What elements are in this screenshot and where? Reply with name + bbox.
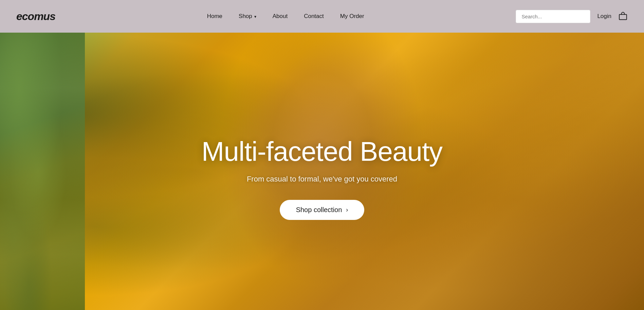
logo-text: ecomus [16,10,55,22]
hero-content: Multi-faceted Beauty From casual to form… [188,137,456,220]
nav-shop[interactable]: Shop ▾ [239,13,256,20]
cart-icon[interactable] [618,12,628,21]
hero-subtitle: From casual to formal, we've got you cov… [202,175,442,184]
nav-home[interactable]: Home [207,13,222,20]
hero-title: Multi-faceted Beauty [202,137,442,167]
search-input[interactable] [516,10,590,23]
hero-section: Multi-faceted Beauty From casual to form… [0,33,644,310]
arrow-icon: › [346,206,348,213]
shop-collection-button[interactable]: Shop collection › [280,200,365,220]
shop-collection-label: Shop collection [296,206,342,214]
login-link[interactable]: Login [597,13,611,20]
nav-about[interactable]: About [273,13,288,20]
header-right: Login [516,10,628,23]
main-nav: Home Shop ▾ About Contact My Order [207,13,364,20]
logo[interactable]: ecomus [16,10,55,23]
chevron-down-icon: ▾ [254,14,256,19]
nav-contact[interactable]: Contact [304,13,324,20]
nav-shop-label: Shop [239,13,252,20]
nav-my-order[interactable]: My Order [340,13,364,20]
svg-rect-0 [619,15,627,20]
header: ecomus Home Shop ▾ About Contact My Orde… [0,0,644,33]
